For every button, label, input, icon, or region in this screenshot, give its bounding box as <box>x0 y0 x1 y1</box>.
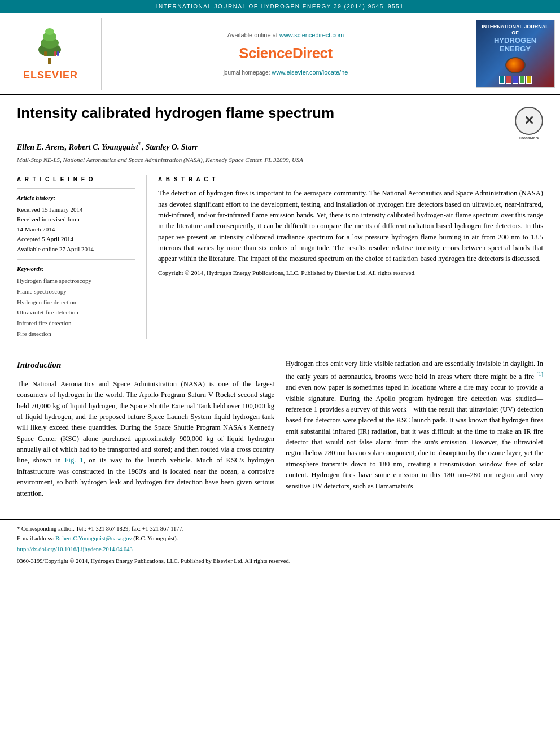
svg-rect-5 <box>44 51 47 56</box>
svg-point-4 <box>45 28 54 35</box>
keyword-3: Hydrogen fire detection <box>17 297 135 308</box>
keyword-6: Fire detection <box>17 329 135 339</box>
journal-cover-area: International Journal ofHYDROGENENERGY <box>470 18 560 90</box>
journal-banner: INTERNATIONAL JOURNAL OF HYDROGEN ENERGY… <box>0 0 560 13</box>
body-right-column: Hydrogen fires emit very little visible … <box>286 359 543 504</box>
article-info-column: A R T I C L E I N F O Article history: R… <box>17 175 147 339</box>
article-info-label: A R T I C L E I N F O <box>17 175 135 184</box>
body-left-column: Introduction The National Aeronautics an… <box>17 359 274 504</box>
issn-line: 0360-3199/Copyright © 2014, Hydrogen Ene… <box>17 557 543 566</box>
footer-section: * Corresponding author. Tel.: +1 321 867… <box>0 519 560 570</box>
footnote-email: E-mail address: Robert.C.Youngquist@nasa… <box>17 534 543 544</box>
affiliation-line: Mail-Stop NE-L5, National Aeronautics an… <box>17 155 543 165</box>
banner-text: INTERNATIONAL JOURNAL OF HYDROGEN ENERGY… <box>156 3 404 10</box>
history-revised-date: 14 March 2014 <box>17 225 135 235</box>
elsevier-logo: ELSEVIER <box>0 18 102 90</box>
two-column-body: Introduction The National Aeronautics an… <box>17 359 543 504</box>
doi-link[interactable]: http://dx.doi.org/10.1016/j.ijhydene.201… <box>17 546 133 552</box>
history-received: Received 15 January 2014 <box>17 205 135 215</box>
article-title-text: Intensity calibrated hydrogen flame spec… <box>17 104 334 122</box>
svg-rect-6 <box>54 51 56 56</box>
intro-paragraph-2: Hydrogen fires emit very little visible … <box>286 359 543 492</box>
journal-homepage: journal homepage: www.elsevier.com/locat… <box>224 68 348 77</box>
journal-cover-title: International Journal ofHYDROGENENERGY <box>480 24 551 54</box>
keyword-4: Ultraviolet fire detection <box>17 307 135 318</box>
article-history-label: Article history: <box>17 193 135 203</box>
elsevier-tree-icon <box>28 24 73 67</box>
history-revised-label: Received in revised form <box>17 215 135 225</box>
keyword-2: Flame spectroscopy <box>17 286 135 297</box>
authors-line: Ellen E. Arens, Robert C. Youngquist*, S… <box>17 139 543 153</box>
sciencedirect-url[interactable]: www.sciencedirect.com <box>279 32 344 38</box>
keyword-5: Infrared fire detection <box>17 318 135 329</box>
copyright-text: Copyright © 2014, Hydrogen Energy Public… <box>158 268 543 278</box>
email-link[interactable]: Robert.C.Youngquist@nasa.gov <box>55 535 132 541</box>
article-info-abstract: A R T I C L E I N F O Article history: R… <box>0 175 560 339</box>
keywords-label: Keywords: <box>17 264 135 274</box>
available-online-text: Available online at www.sciencedirect.co… <box>228 30 344 40</box>
crossmark-badge: ✕ CrossMark <box>515 107 543 135</box>
fig1-ref[interactable]: Fig. 1 <box>65 456 84 464</box>
intro-paragraph-1: The National Aeronautics and Space Admin… <box>17 379 274 499</box>
sciencedirect-brand: ScienceDirect <box>239 42 332 64</box>
journal-cover: International Journal ofHYDROGENENERGY <box>476 20 555 88</box>
footnote-corresponding: * Corresponding author. Tel.: +1 321 867… <box>17 525 543 534</box>
journal-homepage-url[interactable]: www.elsevier.com/locate/he <box>272 69 348 76</box>
keyword-1: Hydrogen flame spectroscopy <box>17 276 135 286</box>
history-accepted: Accepted 5 April 2014 <box>17 234 135 244</box>
journal-header: ELSEVIER Available online at www.science… <box>0 13 560 95</box>
elsevier-name: ELSEVIER <box>23 68 78 83</box>
abstract-label: A B S T R A C T <box>158 175 543 184</box>
article-title-row: Intensity calibrated hydrogen flame spec… <box>17 104 543 135</box>
abstract-text: The detection of hydrogen fires is impor… <box>158 188 543 265</box>
ref1[interactable]: [1] <box>536 371 543 377</box>
svg-rect-7 <box>57 51 59 56</box>
abstract-column: A B S T R A C T The detection of hydroge… <box>147 175 543 339</box>
header-middle: Available online at www.sciencedirect.co… <box>102 18 470 90</box>
intro-heading: Introduction <box>17 359 61 374</box>
article-title-section: Intensity calibrated hydrogen flame spec… <box>0 95 560 169</box>
body-section: Introduction The National Aeronautics an… <box>0 347 560 515</box>
svg-rect-0 <box>48 58 51 64</box>
history-online: Available online 27 April 2014 <box>17 244 135 255</box>
